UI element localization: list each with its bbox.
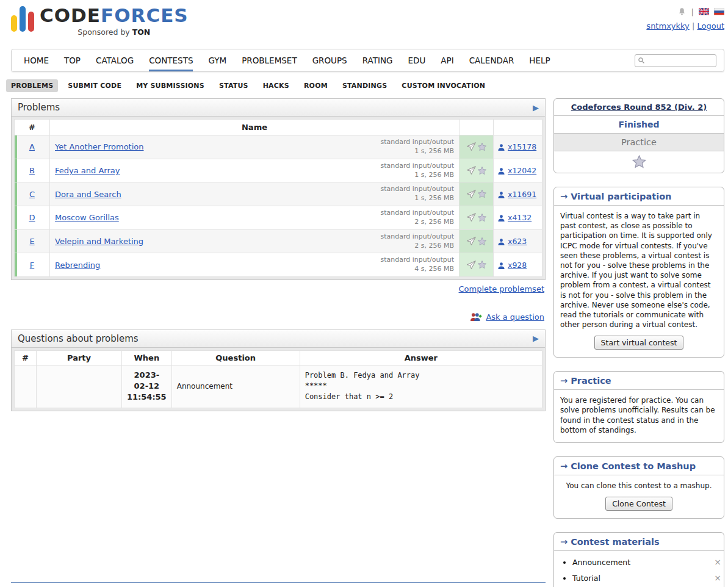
problem-name-link[interactable]: Fedya and Array <box>55 166 120 175</box>
start-virtual-contest-button[interactable]: Start virtual contest <box>594 336 684 350</box>
separator: | <box>691 7 694 16</box>
header-right: | sntmxykky | Logout <box>646 5 724 31</box>
close-icon[interactable]: × <box>714 557 724 567</box>
questions-header-row: # Party When Question Answer <box>15 350 542 365</box>
contest-subnav: PROBLEMS SUBMIT CODE MY SUBMISSIONS STAT… <box>6 79 724 92</box>
tab-submit-code[interactable]: SUBMIT CODE <box>63 79 126 92</box>
nav-problemset[interactable]: PROBLEMSET <box>242 49 297 71</box>
solved-count-link[interactable]: x623 <box>508 237 527 246</box>
contest-status: Finished <box>554 115 724 133</box>
nav-home[interactable]: HOME <box>24 49 49 71</box>
problem-constraints: standard input/output2 s, 256 MB <box>380 209 454 227</box>
close-icon[interactable]: × <box>714 573 724 583</box>
caption-arrow-icon[interactable]: ▶ <box>533 103 539 112</box>
header: CODEFORCES Sponsored by TON | sntmxykky … <box>11 5 724 48</box>
clone-contest-text: You can clone this contest to a mashup. <box>560 481 718 491</box>
contest-favorite-star-icon[interactable] <box>554 151 724 173</box>
nav-contests[interactable]: CONTESTS <box>149 49 193 71</box>
table-row: E Velepin and Marketingstandard input/ou… <box>15 229 542 253</box>
logout-link[interactable]: Logout <box>697 21 724 31</box>
nav-catalog[interactable]: CATALOG <box>96 49 134 71</box>
tab-standings[interactable]: STANDINGS <box>337 79 392 92</box>
problem-constraints: standard input/output2 s, 256 MB <box>380 232 454 251</box>
language-english-flag-icon[interactable] <box>699 8 709 15</box>
solved-count-link[interactable]: x11691 <box>508 190 536 199</box>
arrow-right-icon: → <box>560 192 568 201</box>
table-row: D Moscow Gorillasstandard input/output2 … <box>15 206 542 230</box>
submit-paper-plane-icon[interactable] <box>466 165 476 176</box>
problem-letter-link[interactable]: B <box>29 166 35 175</box>
favorite-star-icon[interactable] <box>477 166 487 176</box>
nav-gym[interactable]: GYM <box>208 49 226 71</box>
virtual-participation-body: Virtual contest is a way to take part in… <box>554 206 724 357</box>
solved-count-link[interactable]: x4132 <box>508 213 532 222</box>
nav-edu[interactable]: EDU <box>408 49 426 71</box>
nav-calendar[interactable]: CALENDAR <box>469 49 514 71</box>
tab-my-submissions[interactable]: MY SUBMISSIONS <box>131 79 209 92</box>
tab-hacks[interactable]: HACKS <box>258 79 294 92</box>
virtual-participation-box: →Virtual participation Virtual contest i… <box>553 187 724 358</box>
solved-count-link[interactable]: x15178 <box>508 142 536 151</box>
nav-api[interactable]: API <box>441 49 453 71</box>
problem-letter-link[interactable]: D <box>29 213 35 222</box>
problem-letter-link[interactable]: E <box>29 237 34 246</box>
main-column: Problems ▶ # Name <box>11 98 546 583</box>
submit-paper-plane-icon[interactable] <box>466 236 476 247</box>
favorite-star-icon[interactable] <box>477 213 487 223</box>
solved-count-link[interactable]: x928 <box>508 261 527 270</box>
problem-letter-link[interactable]: C <box>29 190 35 199</box>
arrow-right-icon: → <box>560 537 568 547</box>
search-input[interactable] <box>635 54 716 67</box>
col-name: Name <box>50 120 460 135</box>
material-announcement-link[interactable]: Announcement <box>572 558 630 567</box>
header-icons-row: | <box>646 6 724 17</box>
tab-status[interactable]: STATUS <box>214 79 253 92</box>
search-box <box>635 54 716 67</box>
problem-name-link[interactable]: Yet Another Promotion <box>55 142 143 151</box>
favorite-star-icon[interactable] <box>477 189 487 199</box>
problem-name-link[interactable]: Dora and Search <box>55 190 121 199</box>
solvers-person-icon <box>497 237 505 246</box>
sponsor-brand: TON <box>132 27 151 37</box>
contest-materials-list: Announcement × Tutorial × <box>554 557 724 583</box>
caption-arrow-icon[interactable]: ▶ <box>533 334 539 343</box>
complete-problemset-link[interactable]: Complete problemset <box>459 284 544 294</box>
contest-materials-title: →Contest materials <box>554 533 724 551</box>
solved-count-link[interactable]: x12042 <box>508 166 536 175</box>
codeforces-logo[interactable]: CODEFORCES Sponsored by TON <box>11 5 189 37</box>
tab-problems[interactable]: PROBLEMS <box>6 79 58 92</box>
col-solved <box>494 120 542 135</box>
problems-table: # Name A Yet Another Promotionstandard i… <box>14 119 542 277</box>
nav-help[interactable]: HELP <box>529 49 550 71</box>
submit-paper-plane-icon[interactable] <box>466 260 476 270</box>
clone-contest-button[interactable]: Clone Contest <box>605 497 672 511</box>
problem-name-link[interactable]: Rebrending <box>55 261 100 270</box>
problem-name-link[interactable]: Velepin and Marketing <box>55 237 143 246</box>
tab-custom-invocation[interactable]: CUSTOM INVOCATION <box>397 79 490 92</box>
nav-top[interactable]: TOP <box>64 49 81 71</box>
logo-forces: FORCES <box>101 4 189 26</box>
submit-paper-plane-icon[interactable] <box>466 189 476 200</box>
submit-paper-plane-icon[interactable] <box>466 212 476 223</box>
ask-question-link[interactable]: Ask a question <box>486 312 544 322</box>
problem-name-link[interactable]: Moscow Gorillas <box>55 213 119 222</box>
col-actions <box>460 120 494 135</box>
footer-divider <box>11 582 546 583</box>
favorite-star-icon[interactable] <box>477 237 487 247</box>
nav-rating[interactable]: RATING <box>362 49 393 71</box>
username-link[interactable]: sntmxykky <box>646 21 689 31</box>
favorite-star-icon[interactable] <box>477 142 487 152</box>
contest-title-link[interactable]: Codeforces Round 852 (Div. 2) <box>571 103 707 112</box>
tab-room[interactable]: ROOM <box>299 79 333 92</box>
col-number: # <box>15 120 50 135</box>
solvers-person-icon <box>497 142 505 151</box>
notifications-bell-icon[interactable] <box>678 7 686 16</box>
material-tutorial-link[interactable]: Tutorial <box>572 574 600 583</box>
problem-letter-link[interactable]: F <box>30 261 34 270</box>
favorite-star-icon[interactable] <box>477 260 487 270</box>
language-russian-flag-icon[interactable] <box>714 8 724 15</box>
nav-groups[interactable]: GROUPS <box>312 49 347 71</box>
problem-letter-link[interactable]: A <box>29 142 35 151</box>
solvers-person-icon <box>497 166 505 175</box>
submit-paper-plane-icon[interactable] <box>466 142 476 152</box>
